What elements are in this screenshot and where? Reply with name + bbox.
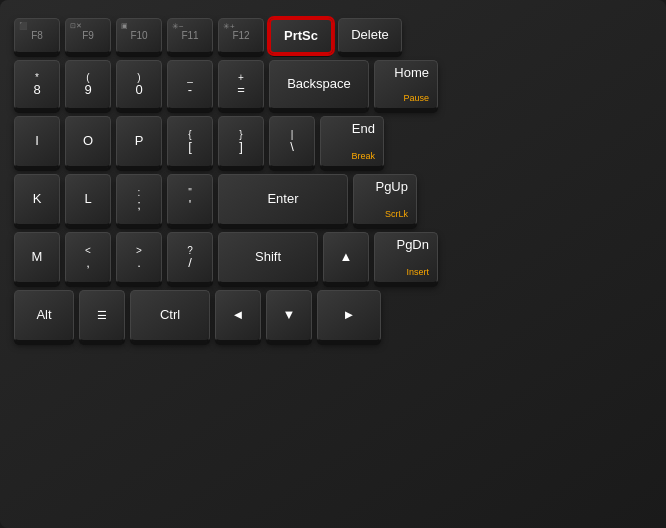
key-l[interactable]: L bbox=[65, 174, 111, 226]
key-9[interactable]: ( 9 bbox=[65, 60, 111, 110]
num-row: * 8 ( 9 ) 0 _ - + = Backspace Home Pause bbox=[14, 60, 652, 110]
key-pgdn-insert[interactable]: PgDn Insert bbox=[374, 232, 438, 284]
key-delete[interactable]: Delete bbox=[338, 18, 402, 54]
key-end-break[interactable]: End Break bbox=[320, 116, 384, 168]
key-prtsc[interactable]: PrtSc bbox=[269, 18, 333, 54]
key-p[interactable]: P bbox=[116, 116, 162, 168]
key-rbrace[interactable]: } ] bbox=[218, 116, 264, 168]
key-f11[interactable]: ✳− F11 bbox=[167, 18, 213, 54]
key-right[interactable]: ► bbox=[317, 290, 381, 342]
key-o[interactable]: O bbox=[65, 116, 111, 168]
key-8[interactable]: * 8 bbox=[14, 60, 60, 110]
fn-row: ⬛ F8 ⊡✕ F9 ▣ F10 ✳− F11 ✳+ F12 PrtSc Del… bbox=[14, 18, 652, 54]
key-alt[interactable]: Alt bbox=[14, 290, 74, 342]
key-period[interactable]: > . bbox=[116, 232, 162, 284]
key-f9[interactable]: ⊡✕ F9 bbox=[65, 18, 111, 54]
key-quote[interactable]: " ' bbox=[167, 174, 213, 226]
key-equals[interactable]: + = bbox=[218, 60, 264, 110]
key-i[interactable]: I bbox=[14, 116, 60, 168]
key-ctrl-right[interactable]: Ctrl bbox=[130, 290, 210, 342]
key-minus[interactable]: _ - bbox=[167, 60, 213, 110]
key-lbrace[interactable]: { [ bbox=[167, 116, 213, 168]
kl-row: K L : ; " ' Enter PgUp ScrLk bbox=[14, 174, 652, 226]
m-row: M < , > . ? / Shift ▲ PgDn Insert bbox=[14, 232, 652, 284]
key-backspace[interactable]: Backspace bbox=[269, 60, 369, 110]
key-shift-right[interactable]: Shift bbox=[218, 232, 318, 284]
key-home-pause[interactable]: Home Pause bbox=[374, 60, 438, 110]
key-f8[interactable]: ⬛ F8 bbox=[14, 18, 60, 54]
key-left[interactable]: ◄ bbox=[215, 290, 261, 342]
key-slash[interactable]: ? / bbox=[167, 232, 213, 284]
space-row: Alt ☰ Ctrl ◄ ▼ ► bbox=[14, 290, 652, 342]
key-down[interactable]: ▼ bbox=[266, 290, 312, 342]
key-f12[interactable]: ✳+ F12 bbox=[218, 18, 264, 54]
key-f10[interactable]: ▣ F10 bbox=[116, 18, 162, 54]
key-semicolon[interactable]: : ; bbox=[116, 174, 162, 226]
key-enter[interactable]: Enter bbox=[218, 174, 348, 226]
key-up[interactable]: ▲ bbox=[323, 232, 369, 284]
key-0[interactable]: ) 0 bbox=[116, 60, 162, 110]
key-m[interactable]: M bbox=[14, 232, 60, 284]
key-menu[interactable]: ☰ bbox=[79, 290, 125, 342]
iop-row: I O P { [ } ] | \ End Break bbox=[14, 116, 652, 168]
key-comma[interactable]: < , bbox=[65, 232, 111, 284]
key-pipe[interactable]: | \ bbox=[269, 116, 315, 168]
key-pgup-scrlk[interactable]: PgUp ScrLk bbox=[353, 174, 417, 226]
keyboard: ⬛ F8 ⊡✕ F9 ▣ F10 ✳− F11 ✳+ F12 PrtSc Del… bbox=[0, 0, 666, 528]
key-k[interactable]: K bbox=[14, 174, 60, 226]
